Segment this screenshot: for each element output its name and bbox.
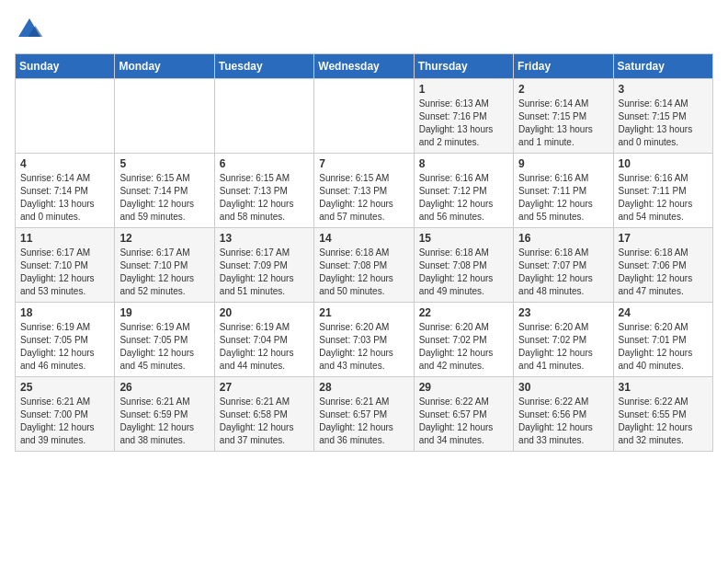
calendar-cell: 2Sunrise: 6:14 AM Sunset: 7:15 PM Daylig…	[514, 79, 613, 154]
calendar-cell: 6Sunrise: 6:15 AM Sunset: 7:13 PM Daylig…	[214, 154, 313, 228]
day-number: 4	[20, 157, 109, 170]
cell-info: Sunrise: 6:16 AM Sunset: 7:12 PM Dayligh…	[419, 172, 508, 224]
day-number: 8	[419, 157, 508, 170]
calendar-cell: 19Sunrise: 6:19 AM Sunset: 7:05 PM Dayli…	[115, 303, 214, 377]
day-number: 17	[619, 232, 708, 245]
day-number: 11	[20, 232, 109, 245]
day-number: 18	[20, 306, 109, 319]
calendar-cell	[115, 79, 214, 154]
logo-icon	[15, 15, 44, 44]
day-number: 29	[419, 381, 508, 394]
cell-info: Sunrise: 6:20 AM Sunset: 7:03 PM Dayligh…	[319, 321, 408, 373]
day-number: 24	[619, 306, 708, 319]
calendar-cell: 20Sunrise: 6:19 AM Sunset: 7:04 PM Dayli…	[214, 303, 313, 377]
calendar-cell	[214, 79, 313, 154]
cell-info: Sunrise: 6:18 AM Sunset: 7:08 PM Dayligh…	[319, 247, 408, 298]
cell-info: Sunrise: 6:18 AM Sunset: 7:08 PM Dayligh…	[419, 247, 508, 298]
day-header-monday: Monday	[115, 54, 214, 79]
day-header-thursday: Thursday	[414, 54, 513, 79]
cell-info: Sunrise: 6:18 AM Sunset: 7:07 PM Dayligh…	[518, 247, 608, 298]
day-number: 26	[119, 381, 209, 394]
calendar-cell: 30Sunrise: 6:22 AM Sunset: 6:56 PM Dayli…	[514, 377, 613, 452]
day-header-sunday: Sunday	[16, 54, 115, 79]
calendar-cell: 22Sunrise: 6:20 AM Sunset: 7:02 PM Dayli…	[414, 303, 513, 377]
calendar-cell	[314, 79, 414, 154]
cell-info: Sunrise: 6:19 AM Sunset: 7:05 PM Dayligh…	[20, 321, 109, 373]
calendar-cell: 8Sunrise: 6:16 AM Sunset: 7:12 PM Daylig…	[414, 154, 513, 228]
cell-info: Sunrise: 6:22 AM Sunset: 6:56 PM Dayligh…	[518, 396, 608, 447]
cell-info: Sunrise: 6:15 AM Sunset: 7:13 PM Dayligh…	[319, 172, 408, 224]
day-number: 19	[119, 306, 209, 319]
cell-info: Sunrise: 6:15 AM Sunset: 7:14 PM Dayligh…	[119, 172, 209, 224]
cell-info: Sunrise: 6:16 AM Sunset: 7:11 PM Dayligh…	[518, 172, 608, 224]
cell-info: Sunrise: 6:17 AM Sunset: 7:10 PM Dayligh…	[119, 247, 209, 298]
page-header	[15, 15, 713, 44]
cell-info: Sunrise: 6:22 AM Sunset: 6:57 PM Dayligh…	[419, 396, 508, 447]
calendar-header-row: SundayMondayTuesdayWednesdayThursdayFrid…	[16, 54, 713, 79]
cell-info: Sunrise: 6:21 AM Sunset: 6:59 PM Dayligh…	[119, 396, 209, 447]
calendar-cell: 18Sunrise: 6:19 AM Sunset: 7:05 PM Dayli…	[16, 303, 115, 377]
cell-info: Sunrise: 6:19 AM Sunset: 7:05 PM Dayligh…	[119, 321, 209, 373]
day-number: 5	[119, 157, 209, 170]
day-number: 30	[518, 381, 608, 394]
calendar-week-row: 18Sunrise: 6:19 AM Sunset: 7:05 PM Dayli…	[16, 303, 713, 377]
calendar-cell: 10Sunrise: 6:16 AM Sunset: 7:11 PM Dayli…	[613, 154, 712, 228]
day-number: 28	[319, 381, 408, 394]
calendar-cell: 7Sunrise: 6:15 AM Sunset: 7:13 PM Daylig…	[314, 154, 414, 228]
calendar-cell: 15Sunrise: 6:18 AM Sunset: 7:08 PM Dayli…	[414, 228, 513, 303]
calendar-cell: 26Sunrise: 6:21 AM Sunset: 6:59 PM Dayli…	[115, 377, 214, 452]
day-number: 6	[220, 157, 309, 170]
cell-info: Sunrise: 6:18 AM Sunset: 7:06 PM Dayligh…	[619, 247, 708, 298]
day-number: 15	[419, 232, 508, 245]
day-number: 1	[419, 83, 508, 96]
cell-info: Sunrise: 6:14 AM Sunset: 7:15 PM Dayligh…	[518, 98, 608, 149]
cell-info: Sunrise: 6:20 AM Sunset: 7:01 PM Dayligh…	[619, 321, 708, 373]
calendar-cell: 5Sunrise: 6:15 AM Sunset: 7:14 PM Daylig…	[115, 154, 214, 228]
cell-info: Sunrise: 6:22 AM Sunset: 6:55 PM Dayligh…	[619, 396, 708, 447]
day-number: 9	[518, 157, 608, 170]
calendar-cell	[16, 79, 115, 154]
calendar-cell: 16Sunrise: 6:18 AM Sunset: 7:07 PM Dayli…	[514, 228, 613, 303]
calendar-cell: 23Sunrise: 6:20 AM Sunset: 7:02 PM Dayli…	[514, 303, 613, 377]
day-header-friday: Friday	[514, 54, 613, 79]
calendar-cell: 28Sunrise: 6:21 AM Sunset: 6:57 PM Dayli…	[314, 377, 414, 452]
cell-info: Sunrise: 6:21 AM Sunset: 6:57 PM Dayligh…	[319, 396, 408, 447]
day-number: 31	[619, 381, 708, 394]
cell-info: Sunrise: 6:14 AM Sunset: 7:14 PM Dayligh…	[20, 172, 109, 224]
day-number: 27	[220, 381, 309, 394]
cell-info: Sunrise: 6:19 AM Sunset: 7:04 PM Dayligh…	[220, 321, 309, 373]
calendar-cell: 13Sunrise: 6:17 AM Sunset: 7:09 PM Dayli…	[214, 228, 313, 303]
calendar-cell: 25Sunrise: 6:21 AM Sunset: 7:00 PM Dayli…	[16, 377, 115, 452]
day-number: 16	[518, 232, 608, 245]
cell-info: Sunrise: 6:17 AM Sunset: 7:09 PM Dayligh…	[220, 247, 309, 298]
cell-info: Sunrise: 6:21 AM Sunset: 6:58 PM Dayligh…	[220, 396, 309, 447]
calendar-cell: 29Sunrise: 6:22 AM Sunset: 6:57 PM Dayli…	[414, 377, 513, 452]
day-number: 22	[419, 306, 508, 319]
day-header-saturday: Saturday	[613, 54, 712, 79]
day-number: 7	[319, 157, 408, 170]
cell-info: Sunrise: 6:14 AM Sunset: 7:15 PM Dayligh…	[619, 98, 708, 149]
logo	[15, 15, 50, 44]
day-header-wednesday: Wednesday	[314, 54, 414, 79]
calendar-cell: 4Sunrise: 6:14 AM Sunset: 7:14 PM Daylig…	[16, 154, 115, 228]
calendar-cell: 31Sunrise: 6:22 AM Sunset: 6:55 PM Dayli…	[613, 377, 712, 452]
calendar-table: SundayMondayTuesdayWednesdayThursdayFrid…	[15, 53, 713, 452]
calendar-cell: 11Sunrise: 6:17 AM Sunset: 7:10 PM Dayli…	[16, 228, 115, 303]
calendar-week-row: 25Sunrise: 6:21 AM Sunset: 7:00 PM Dayli…	[16, 377, 713, 452]
calendar-week-row: 1Sunrise: 6:13 AM Sunset: 7:16 PM Daylig…	[16, 79, 713, 154]
day-header-tuesday: Tuesday	[214, 54, 313, 79]
calendar-week-row: 4Sunrise: 6:14 AM Sunset: 7:14 PM Daylig…	[16, 154, 713, 228]
day-number: 12	[119, 232, 209, 245]
calendar-week-row: 11Sunrise: 6:17 AM Sunset: 7:10 PM Dayli…	[16, 228, 713, 303]
day-number: 2	[518, 83, 608, 96]
calendar-cell: 14Sunrise: 6:18 AM Sunset: 7:08 PM Dayli…	[314, 228, 414, 303]
day-number: 20	[220, 306, 309, 319]
calendar-cell: 3Sunrise: 6:14 AM Sunset: 7:15 PM Daylig…	[613, 79, 712, 154]
cell-info: Sunrise: 6:21 AM Sunset: 7:00 PM Dayligh…	[20, 396, 109, 447]
calendar-cell: 12Sunrise: 6:17 AM Sunset: 7:10 PM Dayli…	[115, 228, 214, 303]
cell-info: Sunrise: 6:20 AM Sunset: 7:02 PM Dayligh…	[419, 321, 508, 373]
day-number: 10	[619, 157, 708, 170]
day-number: 21	[319, 306, 408, 319]
cell-info: Sunrise: 6:16 AM Sunset: 7:11 PM Dayligh…	[619, 172, 708, 224]
day-number: 13	[220, 232, 309, 245]
